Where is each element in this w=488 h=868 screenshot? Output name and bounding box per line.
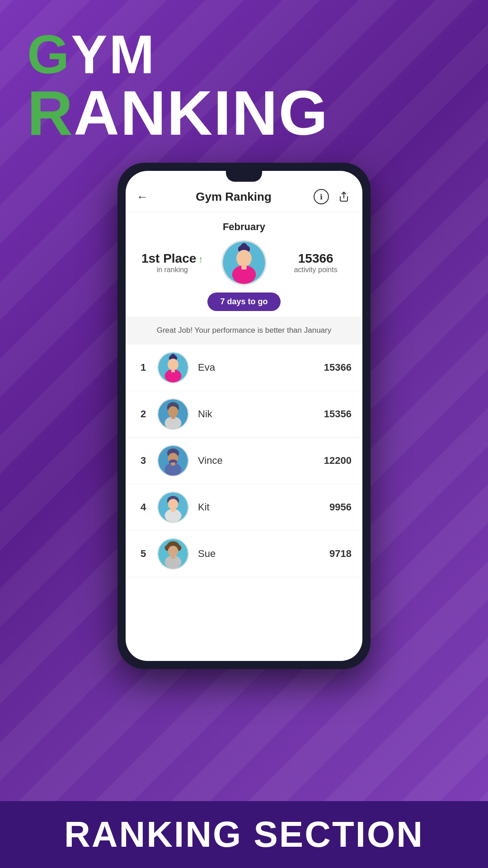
- table-row: 2 Nik 15356: [126, 391, 362, 438]
- avatar: [157, 491, 189, 523]
- rank-number: 1: [136, 362, 150, 373]
- user-name: Sue: [198, 548, 329, 560]
- table-row: 4 Kit 9956: [126, 484, 362, 531]
- main-avatar: [221, 240, 267, 285]
- user-points: 9718: [329, 548, 352, 560]
- g-letter: G: [27, 24, 71, 85]
- svg-point-4: [236, 250, 252, 267]
- month-section: February 1st Place ↑ in ranking: [126, 212, 362, 311]
- phone-device: ← Gym Ranking ℹ F: [117, 163, 371, 669]
- table-row: 1 Eva 15366: [126, 344, 362, 391]
- performance-note: Great Job! Your performance is better th…: [126, 316, 362, 344]
- svg-point-15: [168, 406, 178, 417]
- svg-point-33: [168, 546, 178, 557]
- avatar: [157, 538, 189, 570]
- points-sub-label: activity points: [280, 266, 352, 274]
- user-name: Nik: [198, 408, 324, 420]
- rank-place: 1st Place: [141, 251, 196, 265]
- table-row: 3 Vince 1220: [126, 438, 362, 484]
- svg-rect-28: [171, 509, 175, 512]
- back-button[interactable]: ←: [136, 190, 148, 204]
- ranking-list: 1 Eva 15366: [126, 344, 362, 577]
- gym-title: GYM: [27, 27, 461, 81]
- stats-row: 1st Place ↑ in ranking: [136, 240, 352, 285]
- phone-screen: ← Gym Ranking ℹ F: [126, 171, 362, 661]
- user-name: Kit: [198, 501, 329, 513]
- days-badge: 7 days to go: [207, 292, 280, 311]
- rank-rest: ANKING: [74, 77, 328, 148]
- svg-rect-23: [171, 462, 175, 465]
- header-icons: ℹ: [314, 189, 352, 204]
- days-badge-row: 7 days to go: [136, 292, 352, 311]
- avatar: [157, 352, 189, 383]
- user-name: Eva: [198, 362, 324, 373]
- rank-value: 1st Place ↑: [136, 251, 208, 266]
- points-stat: 15366 activity points: [280, 251, 352, 274]
- rank-number: 4: [136, 501, 150, 513]
- gym-rest: YM: [71, 24, 156, 85]
- svg-point-10: [168, 359, 178, 370]
- svg-rect-35: [171, 555, 175, 558]
- user-points: 12200: [324, 455, 352, 467]
- svg-point-3: [240, 243, 247, 250]
- svg-rect-17: [171, 415, 175, 419]
- rank-arrow-icon: ↑: [198, 254, 203, 265]
- phone-notch: [226, 171, 262, 182]
- svg-point-26: [168, 499, 178, 509]
- month-label: February: [136, 221, 352, 233]
- phone-wrapper: ← Gym Ranking ℹ F: [0, 163, 488, 669]
- rank-number: 2: [136, 408, 150, 420]
- avatar: [157, 445, 189, 476]
- r-letter: R: [27, 77, 74, 148]
- ranking-title: RANKING: [27, 81, 461, 145]
- app-bar-title: Gym Ranking: [154, 190, 314, 204]
- user-avatar-center: [208, 240, 280, 285]
- user-points: 15366: [324, 362, 352, 373]
- svg-point-9: [171, 354, 176, 359]
- bottom-banner-text: RANKING SECTION: [64, 814, 424, 854]
- title-area: GYM RANKING: [0, 0, 488, 154]
- rank-number: 5: [136, 548, 150, 560]
- points-value: 15366: [280, 251, 352, 266]
- rank-sub-label: in ranking: [136, 266, 208, 274]
- table-row: 5 Sue 9718: [126, 531, 362, 577]
- user-points: 9956: [329, 501, 352, 513]
- bottom-banner: RANKING SECTION: [0, 801, 488, 868]
- user-name: Vince: [198, 455, 324, 467]
- user-points: 15356: [324, 408, 352, 420]
- info-button[interactable]: ℹ: [314, 189, 329, 204]
- svg-rect-6: [241, 265, 246, 269]
- rank-stat: 1st Place ↑ in ranking: [136, 251, 208, 274]
- svg-rect-12: [171, 369, 175, 372]
- rank-number: 3: [136, 455, 150, 467]
- share-button[interactable]: [336, 189, 352, 204]
- avatar: [157, 398, 189, 430]
